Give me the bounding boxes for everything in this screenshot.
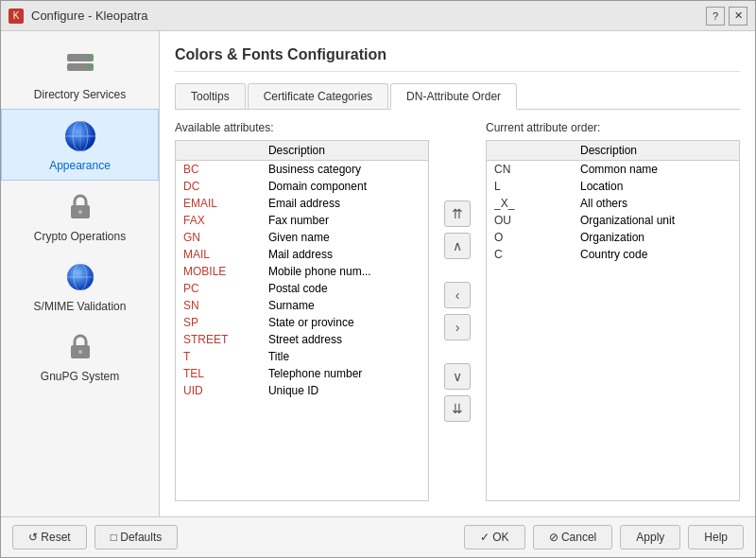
apply-button[interactable]: Apply (620, 525, 680, 549)
current-col-desc: Description (573, 141, 739, 161)
server-icon (61, 46, 99, 84)
available-attributes-title: Available attributes: (175, 121, 429, 134)
svg-point-3 (88, 65, 92, 69)
move-to-top-button[interactable]: ⇈ (444, 201, 471, 227)
available-attr-abbr: SP (176, 314, 261, 331)
sidebar-item-smime-validation[interactable]: S/MIME Validation (1, 251, 159, 321)
move-up-button[interactable]: ∧ (444, 233, 471, 259)
available-attributes-list[interactable]: Description BCBusiness categoryDCDomain … (175, 140, 429, 501)
lock-icon (61, 188, 99, 226)
window-title: Configure - Kleopatra (31, 9, 706, 23)
available-attr-row[interactable]: GNGiven name (176, 229, 428, 246)
available-attr-row[interactable]: DCDomain component (176, 178, 428, 195)
available-attr-desc: Telephone number (261, 365, 428, 382)
current-attr-desc: Country code (573, 246, 739, 263)
defaults-button[interactable]: □ Defaults (94, 525, 179, 549)
available-attr-desc: Given name (261, 229, 428, 246)
move-right-button[interactable]: › (444, 314, 471, 340)
available-attr-row[interactable]: BCBusiness category (176, 161, 428, 179)
current-attributes-list[interactable]: Description CNCommon nameLLocation_X_All… (486, 140, 740, 501)
available-attr-abbr: FAX (176, 212, 261, 229)
current-attr-desc: All others (573, 195, 739, 212)
tab-certificate-categories[interactable]: Certificate Categories (248, 83, 388, 109)
available-attr-abbr: MOBILE (176, 263, 261, 280)
available-attr-desc: Fax number (261, 212, 428, 229)
main-window: K Configure - Kleopatra ? ✕ Directory Se (0, 0, 756, 558)
available-attr-abbr: BC (176, 161, 261, 179)
available-attr-abbr: MAIL (176, 246, 261, 263)
current-attr-row[interactable]: CCountry code (487, 246, 739, 263)
sidebar-item-appearance[interactable]: Appearance (1, 109, 159, 181)
move-left-button[interactable]: ‹ (444, 282, 471, 308)
current-attr-desc: Location (573, 178, 739, 195)
help-button[interactable]: Help (688, 525, 744, 549)
current-attr-abbr: L (487, 178, 573, 195)
svg-point-14 (78, 350, 82, 354)
available-attr-row[interactable]: STREETStreet address (176, 331, 428, 348)
cancel-button[interactable]: ⊘ Cancel (533, 525, 613, 549)
sidebar-item-crypto-operations-label: Crypto Operations (34, 230, 126, 243)
current-attr-abbr: CN (487, 161, 573, 179)
app-icon: K (9, 9, 24, 24)
available-attr-abbr: UID (176, 382, 261, 399)
sidebar-item-crypto-operations[interactable]: Crypto Operations (1, 181, 159, 251)
current-attr-abbr: _X_ (487, 195, 573, 212)
available-attr-row[interactable]: MAILMail address (176, 246, 428, 263)
sidebar-item-gnupg-system-label: GnuPG System (41, 370, 119, 383)
current-attr-desc: Common name (573, 161, 739, 179)
sidebar: Directory Services (1, 31, 160, 516)
svg-point-9 (78, 210, 82, 214)
tab-tooltips[interactable]: Tooltips (175, 83, 246, 109)
available-attr-abbr: EMAIL (176, 195, 261, 212)
available-attr-abbr: PC (176, 280, 261, 297)
available-attr-row[interactable]: SNSurname (176, 297, 428, 314)
reset-button[interactable]: ↺ Reset (12, 525, 87, 549)
attributes-container: Available attributes: Description BCBusi… (175, 121, 740, 501)
available-attr-desc: Postal code (261, 280, 428, 297)
current-col-abbr (487, 141, 573, 161)
help-button[interactable]: ? (706, 7, 725, 26)
current-attr-row[interactable]: OUOrganizational unit (487, 212, 739, 229)
available-attr-abbr: TEL (176, 365, 261, 382)
available-attr-row[interactable]: TELTelephone number (176, 365, 428, 382)
current-attributes-panel: Current attribute order: Description CNC… (486, 121, 740, 501)
sidebar-item-directory-services[interactable]: Directory Services (1, 39, 159, 109)
available-attr-row[interactable]: FAXFax number (176, 212, 428, 229)
available-attr-row[interactable]: MOBILEMobile phone num... (176, 263, 428, 280)
sidebar-item-gnupg-system[interactable]: GnuPG System (1, 321, 159, 391)
available-attr-row[interactable]: PCPostal code (176, 280, 428, 297)
available-attr-desc: Mail address (261, 246, 428, 263)
window-controls: ? ✕ (706, 7, 747, 26)
available-attr-row[interactable]: UIDUnique ID (176, 382, 428, 399)
move-to-bottom-button[interactable]: ⇊ (444, 395, 471, 422)
globe-icon (61, 117, 99, 155)
available-attr-desc: Street address (261, 331, 428, 348)
tab-dn-attribute-order[interactable]: DN-Attribute Order (390, 83, 517, 110)
available-attr-row[interactable]: TTitle (176, 348, 428, 365)
available-attr-desc: Unique ID (261, 382, 428, 399)
close-button[interactable]: ✕ (729, 7, 747, 26)
available-attr-row[interactable]: SPState or province (176, 314, 428, 331)
current-attr-abbr: O (487, 229, 573, 246)
current-attr-row[interactable]: _X_All others (487, 195, 739, 212)
available-col-abbr (176, 141, 261, 161)
current-attr-row[interactable]: LLocation (487, 178, 739, 195)
network-icon (61, 258, 99, 296)
current-attr-row[interactable]: OOrganization (487, 229, 739, 246)
section-title: Colors & Fonts Configuration (175, 46, 740, 72)
available-attr-desc: Email address (261, 195, 428, 212)
available-attr-abbr: DC (176, 178, 261, 195)
current-attr-row[interactable]: CNCommon name (487, 161, 739, 179)
available-attr-abbr: T (176, 348, 261, 365)
move-down-button[interactable]: ∨ (444, 363, 471, 390)
content-area: Colors & Fonts Configuration Tooltips Ce… (160, 31, 755, 516)
available-attr-desc: Title (261, 348, 428, 365)
current-attr-abbr: C (487, 246, 573, 263)
ok-button[interactable]: ✓ OK (464, 525, 525, 549)
current-attr-desc: Organizational unit (573, 212, 739, 229)
current-attr-abbr: OU (487, 212, 573, 229)
current-attributes-title: Current attribute order: (486, 121, 740, 134)
available-attributes-panel: Available attributes: Description BCBusi… (175, 121, 429, 501)
main-content: Directory Services (1, 31, 755, 516)
available-attr-row[interactable]: EMAILEmail address (176, 195, 428, 212)
